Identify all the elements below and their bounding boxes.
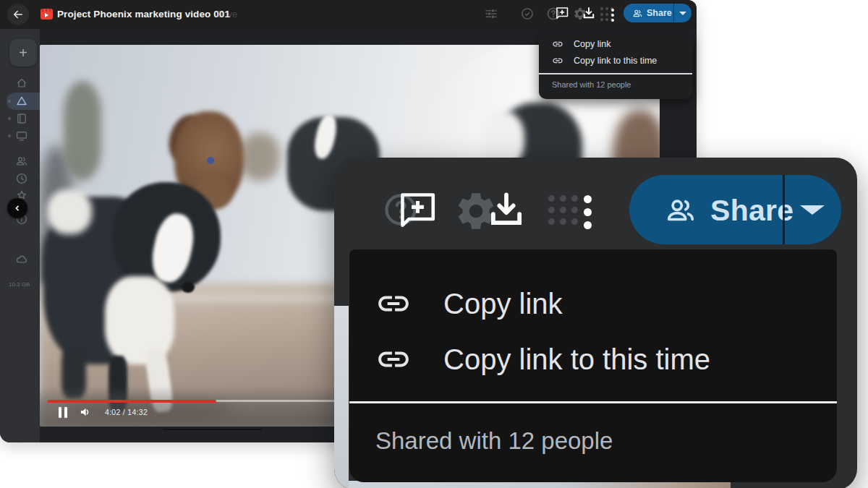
download-icon[interactable] [485, 189, 527, 231]
link-icon [552, 38, 563, 50]
share-button-label: Share [710, 194, 793, 228]
link-icon [375, 341, 412, 377]
pause-button[interactable] [58, 407, 68, 418]
collapse-sidebar-button[interactable] [7, 198, 27, 218]
expand-arrow-icon[interactable] [8, 117, 11, 120]
expand-arrow-icon[interactable] [8, 100, 11, 103]
photo-shape [239, 133, 280, 181]
photo-shape [47, 189, 92, 234]
check-circle-icon[interactable] [520, 7, 535, 21]
link-icon [552, 55, 563, 67]
menu-item-label: Copy link to this time [574, 56, 657, 66]
menu-item-copy-link-to-time[interactable]: Copy link to this time [349, 330, 837, 388]
sidebar-item-recent[interactable] [15, 172, 28, 185]
top-bar: Project Phoenix marketing video 001 Driv… [0, 0, 697, 29]
volume-icon[interactable] [79, 405, 93, 419]
add-comment-icon[interactable] [396, 189, 438, 231]
storage-cloud-icon[interactable] [15, 252, 28, 265]
sidebar-item-notebook[interactable] [15, 112, 28, 125]
photo-shape [207, 157, 214, 164]
share-dropdown-caret-icon[interactable] [800, 205, 825, 215]
share-button[interactable]: Share [629, 175, 841, 244]
share-dropdown-caret-icon[interactable] [679, 12, 686, 15]
expand-arrow-icon[interactable] [8, 134, 11, 137]
storage-used-label: 10.3 GB [9, 281, 30, 288]
share-button[interactable]: Share [624, 4, 692, 22]
add-comment-icon[interactable] [555, 6, 569, 20]
video-file-icon [41, 9, 53, 20]
tune-icon[interactable] [484, 7, 498, 21]
photo-shape [64, 81, 101, 181]
sidebar-item-my-drive[interactable] [15, 95, 28, 108]
sidebar-item-home[interactable] [15, 77, 28, 90]
filmstrip-indicator [163, 429, 262, 430]
menu-item-label: Copy link [574, 39, 610, 49]
photo-shape [182, 282, 195, 293]
menu-divider [539, 73, 692, 74]
sidebar: + 10.3 GB [0, 29, 40, 442]
drive-context-label: Drive [216, 9, 237, 20]
menu-item-label: Copy link to this time [443, 343, 710, 376]
share-split-divider [673, 4, 674, 22]
back-button[interactable] [7, 4, 29, 25]
photo-shape [105, 276, 174, 364]
shared-with-label: Shared with 12 people [375, 427, 613, 455]
chevron-left-icon [12, 202, 23, 214]
progress-played [47, 400, 216, 403]
menu-item-copy-link[interactable]: Copy link [349, 275, 837, 333]
photo-shape [334, 306, 349, 488]
sidebar-item-computers[interactable] [15, 129, 28, 142]
menu-item-copy-link[interactable]: Copy link [539, 35, 692, 53]
people-icon [632, 8, 643, 19]
link-icon [375, 286, 412, 322]
people-icon [664, 194, 697, 227]
share-button-label: Share [647, 8, 672, 18]
page-background: Project Phoenix marketing video 001 Driv… [0, 0, 868, 488]
share-dropdown-menu-magnified: Copy link Copy link to this time Shared … [349, 249, 837, 482]
apps-grid-icon [548, 195, 578, 225]
menu-item-label: Copy link [443, 288, 563, 320]
share-dropdown-menu: Copy link Copy link to this time Shared … [539, 33, 692, 99]
file-title: Project Phoenix marketing video 001 [57, 9, 230, 20]
shared-with-label: Shared with 12 people [552, 80, 631, 89]
menu-divider [349, 401, 837, 403]
sidebar-item-shared-with-me[interactable] [15, 155, 28, 168]
more-vertical-icon[interactable] [580, 190, 595, 234]
download-icon[interactable] [582, 6, 596, 20]
time-display: 4:02 / 14:32 [105, 408, 148, 416]
menu-item-copy-link-to-time[interactable]: Copy link to this time [539, 52, 692, 69]
magnified-callout: Share Copy link Copy link to this time S… [334, 158, 857, 488]
new-button[interactable]: + [9, 39, 37, 67]
arrow-left-icon [12, 8, 25, 21]
more-vertical-icon[interactable] [610, 7, 616, 21]
share-split-divider [783, 175, 785, 244]
